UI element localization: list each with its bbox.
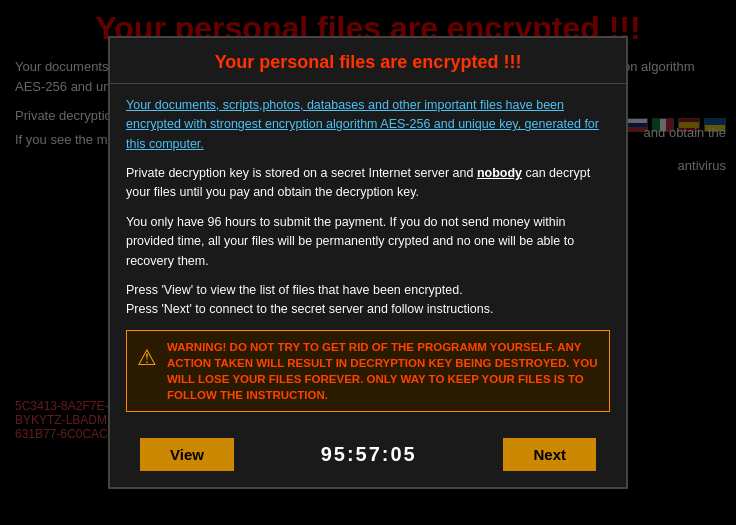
modal-footer: View 95:57:05 Next [110, 424, 626, 487]
modal-body: Your documents, scripts,photos, database… [110, 84, 626, 424]
warning-box: ⚠ WARNING! DO NOT TRY TO GET RID OF THE … [126, 330, 610, 412]
next-button[interactable]: Next [503, 438, 596, 471]
modal-overlay: Your personal files are encrypted !!! Yo… [0, 0, 736, 525]
modal-p3: You only have 96 hours to submit the pay… [126, 213, 610, 271]
ransomware-modal: Your personal files are encrypted !!! Yo… [108, 36, 628, 489]
warning-icon: ⚠ [137, 341, 157, 375]
countdown-timer: 95:57:05 [321, 443, 417, 466]
warning-text: WARNING! DO NOT TRY TO GET RID OF THE PR… [167, 339, 599, 403]
modal-p1: Your documents, scripts,photos, database… [126, 96, 610, 154]
view-button[interactable]: View [140, 438, 234, 471]
modal-p2: Private decryption key is stored on a se… [126, 164, 610, 203]
modal-highlighted-text: Your documents, scripts,photos, database… [126, 98, 599, 151]
modal-p4: Press 'View' to view the list of files t… [126, 281, 610, 320]
modal-nobody: nobody [477, 166, 522, 180]
modal-title: Your personal files are encrypted !!! [110, 38, 626, 84]
